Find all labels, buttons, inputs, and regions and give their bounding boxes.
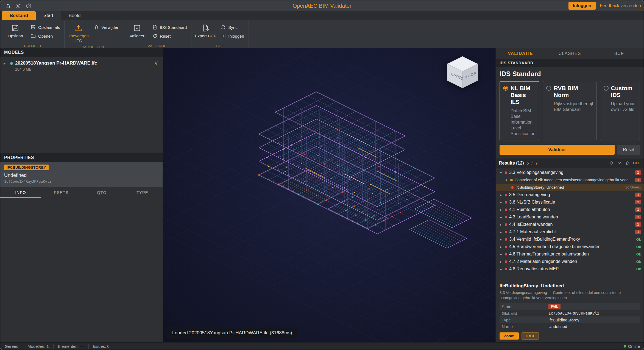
titlebar-icons (3, 2, 33, 10)
result-row[interactable]: ▸ 4.1 Ruimte attributen 1 (496, 206, 644, 213)
open-button[interactable]: Openen (28, 32, 62, 40)
status-ready: Gereed (4, 344, 23, 349)
chevron-right-icon[interactable]: ▸ (499, 230, 503, 234)
3d-viewport[interactable]: LINKS VOOR Loaded 20200518Yangsan Pr-HAR… (163, 48, 495, 342)
tab-psets[interactable]: PSETS (41, 187, 82, 198)
result-row[interactable]: ▾ Controleer of elk model een consistent… (496, 176, 644, 184)
export-bcf-button[interactable]: Export BCF (194, 22, 217, 43)
validation-tabs: VALIDATIE CLASHES BCF (496, 48, 644, 59)
result-row[interactable]: ▸ 3.6 NL/SfB Classificatie 1 (496, 199, 644, 206)
radio-unselected-icon[interactable] (546, 86, 551, 91)
tab-bcf[interactable]: BCF (594, 48, 644, 59)
trash-icon[interactable] (625, 161, 630, 165)
rule-dot (505, 260, 507, 263)
navigation-cube[interactable]: LINKS VOOR (444, 54, 481, 91)
result-row[interactable]: ▸ 4.5 Brandwerendheid dragende binnenwan… (496, 243, 644, 251)
model-file-size: 184.3 MB (15, 67, 152, 71)
online-dot-icon (624, 345, 626, 348)
rule-dot (505, 253, 507, 255)
ids-card-custom-ids[interactable]: Custom IDS Upload your own IDS file (600, 81, 640, 140)
delete-model-button[interactable]: Verwijder (91, 23, 121, 31)
fail-count-badge: 1 (635, 207, 641, 212)
tab-type[interactable]: TYPE (122, 187, 163, 198)
login-button[interactable]: Inloggen (568, 2, 596, 10)
tab-beeld[interactable]: Beeld (61, 11, 88, 20)
tab-clashes[interactable]: CLASHES (545, 48, 595, 59)
result-row[interactable]: ▸ 4.7.2 Materialen dragende wanden Ok (496, 258, 644, 265)
chevron-right-icon[interactable]: ▸ (4, 61, 8, 66)
save-button[interactable]: Opslaan (4, 22, 27, 43)
share-icon[interactable] (3, 2, 12, 10)
statusbar: Gereed Modellen: 1 Elementen: — Issues: … (0, 342, 644, 350)
chevron-right-icon[interactable]: ▸ (499, 267, 503, 271)
ribbon-login-button[interactable]: Inloggen (218, 32, 246, 40)
chevron-right-icon[interactable]: ▸ (499, 215, 503, 219)
chevron-right-icon[interactable]: ▸ (499, 223, 503, 227)
tab-bestand[interactable]: Bestand (2, 11, 36, 20)
save-icon (11, 24, 19, 32)
rule-dot (505, 238, 507, 241)
validation-sidebar: VALIDATIE CLASHES BCF IDS STANDAARD IDS … (495, 48, 644, 342)
zoom-to-element-button[interactable]: Zoom (500, 332, 519, 340)
chevron-right-icon[interactable]: ▸ (499, 260, 503, 264)
ids-card-nl-bim-basis-ils[interactable]: NL BIM Basis ILS Dutch BIM Base Informat… (500, 81, 539, 140)
fail-status-badge: FAIL (548, 304, 561, 309)
result-row[interactable]: ▸ 3.4 Vermijd IfcBuildingElementProxy Ok (496, 236, 644, 243)
result-row-selected[interactable]: IfcBuildingStorey: Undefined 1c73oAu1 (496, 184, 644, 191)
chevron-right-icon[interactable]: ▸ (499, 208, 503, 212)
result-row[interactable]: ▸ 4.6 ThermalTransmittance buitenwanden … (496, 251, 644, 258)
detail-field-name: Name Undefined (500, 323, 640, 330)
result-row[interactable]: ▸ 4.8 Renovatiestatus MEP Ok (496, 265, 644, 273)
ok-badge: Ok (636, 237, 641, 241)
results-title: Results (12) (499, 161, 524, 166)
refresh-icon[interactable] (609, 161, 614, 165)
result-row[interactable]: ▸ 4.7.1 Materiaal verplicht 1 (496, 228, 644, 236)
passed-count: 5 (527, 161, 529, 165)
fail-dot (505, 223, 507, 226)
feedback-link[interactable]: Feedback verzenden (600, 3, 641, 8)
fail-dot (505, 231, 507, 233)
chevron-right-icon[interactable]: ▸ (499, 193, 503, 197)
fail-count-badge: 1 (635, 230, 641, 234)
collapse-all-icon[interactable] (617, 161, 622, 165)
result-row[interactable]: ▸ 4.3 LoadBearing wanden 1 (496, 213, 644, 221)
chevron-down-icon[interactable]: ▾ (499, 171, 503, 175)
radio-selected-icon[interactable] (503, 86, 508, 91)
ids-card-rvb-bim-norm[interactable]: RVB BIM Norm Rijksvastgoedbedrijf BIM St… (543, 81, 596, 140)
ids-standard-button[interactable]: IDS Standaard (150, 23, 189, 31)
model-list-item[interactable]: ▸ 20200518Yangsan Pr-HARDWARE.ifc 184.3 … (0, 58, 163, 74)
sync-button[interactable]: Sync (218, 23, 246, 31)
result-row[interactable]: ▾ 3.3 Verdiepingsnaamgeving 1 (496, 169, 644, 176)
result-row[interactable]: ▸ 3.5 Deurnaamgeving 1 (496, 191, 644, 199)
chevron-down-icon[interactable]: ▾ (504, 178, 508, 182)
results-header: Results (12) 5 / 7 BCF (496, 159, 644, 168)
chevron-right-icon[interactable]: ▸ (499, 252, 503, 256)
tab-validatie[interactable]: VALIDATIE (496, 48, 545, 59)
chevron-right-icon[interactable]: ▸ (499, 245, 503, 249)
ids-cards: NL BIM Basis ILS Dutch BIM Base Informat… (500, 81, 640, 140)
valideer-button[interactable]: Valideer (500, 145, 615, 155)
status-issues: Issues: 0 (89, 344, 114, 349)
chevron-right-icon[interactable]: ▸ (499, 237, 503, 241)
model-visibility-toggle[interactable]: V (155, 61, 158, 66)
tab-info[interactable]: INFO (0, 187, 41, 198)
tab-qto[interactable]: QTO (82, 187, 122, 198)
status-elements: Elementen: — (54, 344, 89, 349)
validate-button[interactable]: Valideer (125, 22, 149, 43)
ribbon-group-bcf: Export BCF Sync Inloggen BCF (191, 21, 249, 48)
tab-start[interactable]: Start (36, 11, 61, 20)
ids-section-header: IDS STANDAARD (496, 59, 644, 67)
settings-gear-icon[interactable] (13, 2, 23, 10)
ribbon-group-project: Opslaan Opslaan als Openen PROJECT (1, 21, 65, 48)
save-as-button[interactable]: Opslaan als (28, 23, 62, 31)
chevron-right-icon[interactable]: ▸ (499, 200, 503, 204)
help-icon[interactable] (24, 2, 33, 10)
radio-unselected-icon[interactable] (604, 86, 609, 91)
bcf-export-label[interactable]: BCF (633, 161, 640, 165)
reset-button[interactable]: Reset (150, 32, 189, 40)
reset-results-button[interactable]: Reset (617, 145, 640, 155)
add-bcf-button[interactable]: +BCF (522, 332, 539, 340)
result-row[interactable]: ▸ 4.4 IsExternal wanden 1 (496, 221, 644, 228)
ribbon-group-validatie: Valideer IDS Standaard Reset VALIDATIE (123, 21, 191, 48)
add-ifc-button[interactable]: Toevoegen IFC (67, 22, 90, 44)
